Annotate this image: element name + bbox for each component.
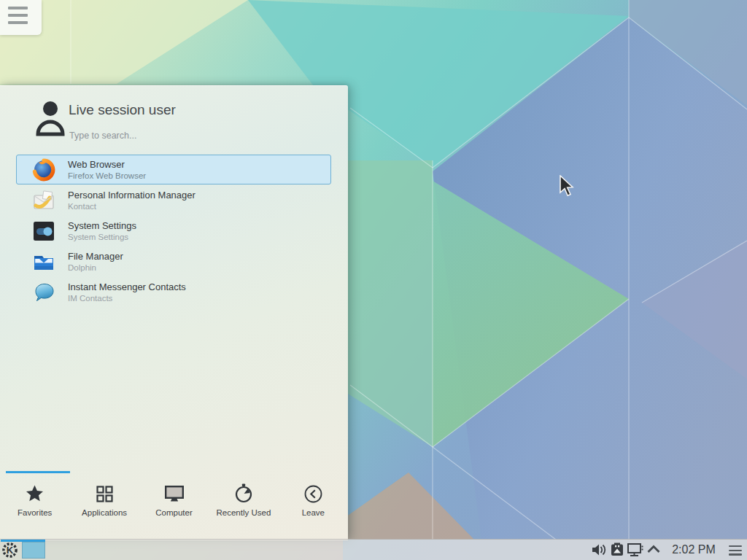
stopwatch-icon	[234, 483, 253, 505]
list-item-system-settings[interactable]: System Settings System Settings	[16, 216, 331, 246]
item-title: System Settings	[68, 220, 136, 232]
tab-label: Applications	[82, 508, 127, 517]
application-launcher-menu: Live session user Type to search...	[0, 85, 348, 540]
folder-icon	[32, 250, 55, 273]
item-title: Web Browser	[68, 159, 146, 171]
kde-logo-icon[interactable]: K	[1, 542, 18, 559]
tab-computer[interactable]: Computer	[139, 471, 209, 540]
tab-label: Leave	[302, 508, 325, 517]
tab-label: Recently Used	[217, 508, 271, 517]
svg-text:K: K	[7, 545, 14, 556]
list-item-web-browser[interactable]: Web Browser Firefox Web Browser	[16, 155, 331, 184]
item-subtitle: Kontact	[68, 201, 196, 211]
leave-circle-icon	[303, 483, 323, 505]
mouse-cursor	[559, 175, 576, 198]
tab-applications[interactable]: Applications	[69, 471, 139, 540]
monitor-icon	[164, 483, 185, 505]
tab-leave[interactable]: Leave	[279, 471, 348, 540]
list-item-file-manager[interactable]: File Manager Dolphin	[16, 246, 331, 276]
volume-icon[interactable]	[591, 542, 608, 557]
desktop-toolbox-button[interactable]	[0, 0, 42, 35]
launcher-header: Live session user Type to search...	[0, 86, 348, 155]
item-title: File Manager	[68, 251, 123, 262]
active-tab-indicator	[6, 471, 70, 473]
item-title: Instant Messenger Contacts	[68, 281, 186, 293]
search-input[interactable]: Type to search...	[69, 131, 136, 141]
kontact-icon	[32, 189, 55, 212]
star-icon	[25, 483, 44, 505]
item-subtitle: Firefox Web Browser	[68, 171, 146, 181]
desktop: Live session user Type to search...	[0, 0, 747, 560]
taskbar-clock[interactable]: 2:02 PM	[665, 540, 722, 560]
list-item-im-contacts[interactable]: Instant Messenger Contacts IM Contacts	[16, 277, 331, 307]
speech-bubble-icon	[32, 281, 55, 304]
virtual-desktop-pager[interactable]	[22, 542, 45, 559]
item-subtitle: Dolphin	[68, 262, 123, 273]
app-grid-icon	[96, 483, 114, 505]
firefox-icon	[32, 158, 55, 182]
chevron-up-icon[interactable]	[646, 545, 661, 553]
tab-recently-used[interactable]: Recently Used	[209, 471, 278, 540]
panel-overflow-button[interactable]	[729, 545, 742, 558]
item-title: Personal Information Manager	[68, 190, 196, 201]
user-avatar-icon	[32, 99, 67, 139]
system-settings-icon	[32, 219, 55, 243]
tab-label: Computer	[155, 508, 193, 517]
launcher-tabbar: Favorites Applications	[0, 471, 348, 540]
item-subtitle: IM Contacts	[68, 293, 186, 303]
item-subtitle: System Settings	[68, 232, 136, 242]
hamburger-icon	[729, 545, 742, 556]
taskbar-panel: K 2:02 PM	[0, 539, 747, 560]
favorites-list: Web Browser Firefox Web Browser Personal…	[0, 155, 348, 308]
list-item-pim[interactable]: Personal Information Manager Kontact	[16, 185, 331, 215]
user-name: Live session user	[69, 102, 176, 118]
tab-favorites[interactable]: Favorites	[0, 471, 69, 540]
network-icon[interactable]	[627, 542, 644, 557]
tab-label: Favorites	[18, 508, 52, 517]
device-notifier-icon[interactable]	[610, 542, 624, 557]
